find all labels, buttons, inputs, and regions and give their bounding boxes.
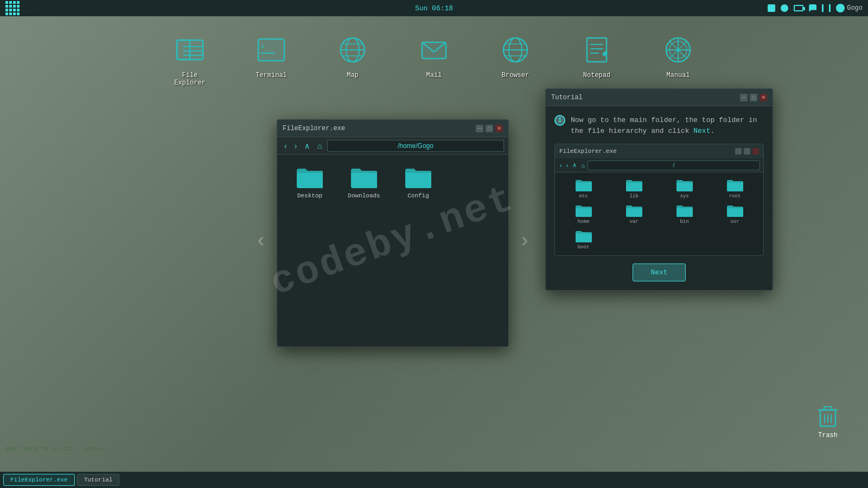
folder-downloads[interactable]: Downloads	[342, 165, 386, 199]
mini-folder-etc-label: etc	[579, 194, 588, 199]
mini-folder-boot-label: boot	[578, 245, 590, 250]
mini-folder-bin[interactable]: bin	[661, 203, 707, 224]
file-explorer-close-button[interactable]: ✕	[495, 125, 503, 132]
user-info: Gogo	[836, 4, 863, 12]
mini-folder-root[interactable]: root	[712, 178, 758, 199]
tutorial-text: Now go to the main folder, the top folde…	[571, 115, 764, 136]
svg-rect-5	[177, 40, 203, 60]
mini-folder-sys[interactable]: sys	[661, 178, 707, 199]
mini-folder-usr[interactable]: usr	[712, 203, 758, 224]
taskbar-bottom: FileExplorer.exe Tutorial	[0, 472, 868, 488]
manual-label: Manual	[666, 72, 690, 79]
chat-icon	[809, 4, 816, 12]
info-icon: i	[554, 115, 565, 126]
file-explorer-window-title: FileExplorer.exe	[283, 125, 474, 132]
browser-label: Browser	[502, 72, 529, 79]
tutorial-text-part1: Now go to the main folder, the top folde…	[571, 116, 757, 135]
tutorial-window: Tutorial ─ □ ✕ i Now go to the main fold…	[545, 88, 773, 291]
mini-folder-sys-label: sys	[680, 194, 688, 199]
tray-icon-2	[781, 4, 788, 12]
terminal-label: Terminal	[256, 72, 287, 79]
tray-icon-1	[768, 4, 775, 12]
address-bar[interactable]	[327, 140, 504, 152]
notepad-label: Notepad	[583, 72, 610, 79]
desktop-icon-file-explorer[interactable]: File Explorer	[165, 33, 214, 87]
taskbar-item-tutorial[interactable]: Tutorial	[77, 474, 120, 486]
mini-folder-home[interactable]: home	[560, 203, 607, 224]
up-button[interactable]: ∧	[302, 140, 312, 151]
desktop-icon-map[interactable]: Map	[328, 33, 377, 79]
mini-address-bar[interactable]	[588, 160, 760, 170]
file-explorer-minimize-button[interactable]: ─	[476, 125, 483, 132]
mini-explorer-titlebar: FileExplorer.exe	[555, 144, 763, 158]
network-icon	[822, 4, 831, 12]
folder-config[interactable]: Config	[397, 165, 440, 199]
mail-icon	[417, 33, 451, 67]
mini-forward-button[interactable]: ›	[565, 162, 570, 169]
desktop-icon-mail[interactable]: Mail	[410, 33, 458, 79]
forward-button[interactable]: ›	[292, 140, 300, 151]
battery-icon	[794, 5, 803, 11]
next-button[interactable]: Next	[633, 264, 685, 281]
system-tray: Gogo	[768, 4, 863, 12]
tutorial-close-button[interactable]: ✕	[760, 94, 767, 101]
mail-label: Mail	[426, 72, 442, 79]
desktop-icon-terminal[interactable]: >_ Terminal	[247, 33, 296, 79]
mini-back-button[interactable]: ‹	[558, 162, 564, 169]
tutorial-maximize-button[interactable]: □	[750, 94, 757, 101]
mini-explorer: FileExplorer.exe ‹ › ∧ ⌂	[554, 144, 764, 256]
username: Gogo	[847, 4, 863, 12]
file-explorer-icon	[173, 33, 207, 67]
desktop: File Explorer >_ Terminal	[0, 16, 868, 472]
back-button[interactable]: ‹	[282, 140, 290, 151]
tutorial-minimize-button[interactable]: ─	[740, 94, 748, 101]
version-label: GREY HACK V0.6.1722 - ALPHA	[5, 446, 102, 452]
desktop-icons-row: File Explorer >_ Terminal	[0, 16, 868, 87]
tutorial-next-highlight: Next	[693, 127, 710, 135]
mini-close-button[interactable]	[752, 148, 759, 155]
svg-rect-21	[587, 38, 607, 62]
mini-explorer-toolbar: ‹ › ∧ ⌂	[555, 158, 763, 172]
mini-folder-boot[interactable]: boot	[560, 229, 607, 250]
svg-rect-33	[824, 407, 832, 410]
mini-folder-var-label: var	[629, 219, 638, 224]
file-explorer-titlebar: FileExplorer.exe ─ □ ✕	[277, 120, 508, 137]
nav-arrow-left[interactable]: ‹	[250, 220, 272, 263]
trash-desktop-icon[interactable]: Trash	[815, 402, 841, 439]
mini-home-button[interactable]: ⌂	[579, 162, 586, 169]
mini-maximize-button[interactable]	[744, 148, 750, 155]
home-button[interactable]: ⌂	[315, 140, 324, 151]
mini-folder-home-label: home	[578, 219, 590, 224]
mini-explorer-title: FileExplorer.exe	[559, 148, 733, 155]
tutorial-window-title: Tutorial	[551, 94, 738, 101]
mini-up-button[interactable]: ∧	[571, 162, 578, 169]
notepad-icon	[579, 33, 614, 67]
mini-folder-bin-label: bin	[680, 219, 688, 224]
taskbar-top: Sun 06:18 Gogo	[0, 0, 868, 16]
file-explorer-maximize-button[interactable]: □	[486, 125, 493, 132]
folder-desktop[interactable]: Desktop	[288, 165, 331, 199]
taskbar-top-left	[5, 1, 20, 15]
nav-arrow-right[interactable]: ›	[514, 220, 535, 263]
mini-folder-usr-label: usr	[730, 219, 739, 224]
taskbar-item-file-explorer[interactable]: FileExplorer.exe	[3, 474, 75, 486]
svg-text:>_: >_	[260, 42, 270, 51]
mini-folder-var[interactable]: var	[611, 203, 657, 224]
app-grid-icon[interactable]	[5, 1, 20, 15]
desktop-icon-notepad[interactable]: Notepad	[572, 33, 621, 79]
map-icon	[335, 33, 370, 67]
desktop-icon-browser[interactable]: Browser	[491, 33, 540, 79]
mini-folder-root-label: root	[729, 194, 741, 199]
mini-explorer-content: etc lib sys	[555, 172, 763, 255]
mini-folder-lib[interactable]: lib	[611, 178, 657, 199]
tutorial-text-part2: .	[710, 127, 714, 135]
mini-minimize-button[interactable]	[735, 148, 742, 155]
map-label: Map	[347, 72, 359, 79]
desktop-icon-manual[interactable]: Manual	[654, 33, 703, 79]
svg-rect-15	[422, 42, 446, 59]
mini-folder-lib-label: lib	[629, 194, 638, 199]
file-explorer-window: FileExplorer.exe ─ □ ✕ ‹ › ∧ ⌂ Desktop	[277, 119, 509, 347]
folder-desktop-label: Desktop	[297, 192, 322, 199]
mini-folder-etc[interactable]: etc	[560, 178, 607, 199]
tutorial-titlebar: Tutorial ─ □ ✕	[546, 89, 773, 106]
